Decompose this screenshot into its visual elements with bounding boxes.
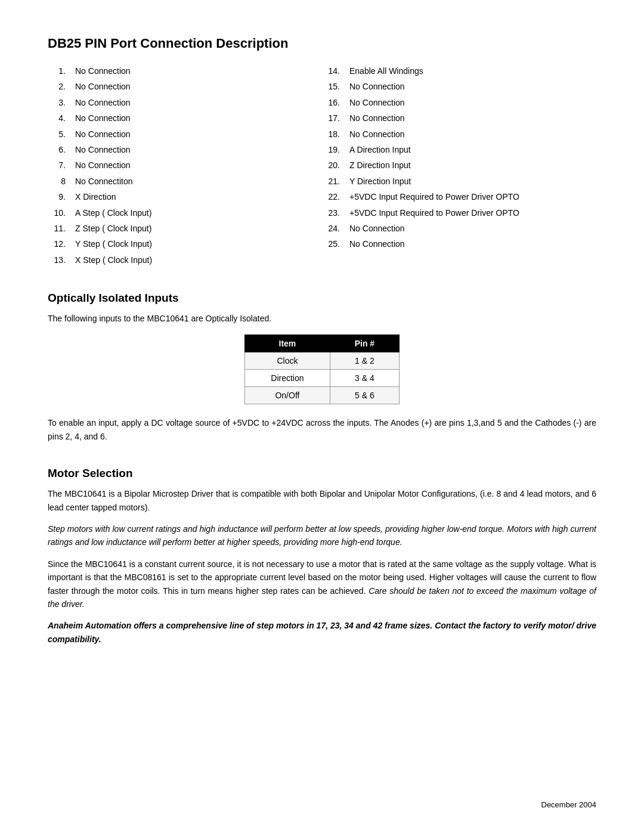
table-row: 3.No Connection: [48, 95, 322, 110]
footer: December 2004: [541, 800, 597, 809]
table-row: Clock1 & 2: [245, 352, 400, 370]
table-row: 1.No Connection: [48, 63, 322, 79]
motor-section: Motor Selection The MBC10641 is a Bipola…: [48, 467, 596, 646]
table-header-pin: Pin #: [330, 335, 399, 352]
pin-desc: No Connection: [72, 79, 322, 94]
pin-desc: No Connection: [346, 221, 596, 236]
table-row: 20.Z Direction Input: [322, 157, 596, 173]
pin-desc: No Connectiton: [72, 174, 322, 189]
pin-number: 4.: [48, 110, 72, 126]
pin-col-right: 14.Enable All Windings15.No Connection16…: [322, 63, 596, 268]
optically-title: Optically Isolated Inputs: [48, 292, 596, 305]
pin-desc: X Step ( Clock Input): [72, 252, 322, 268]
pin-number: 19.: [322, 142, 346, 157]
pin-desc: No Connection: [346, 79, 596, 94]
footer-date: December 2004: [541, 800, 597, 809]
table-row: 2.No Connection: [48, 79, 322, 94]
pin-desc: A Step ( Clock Input): [72, 205, 322, 221]
table-row: On/Off5 & 6: [245, 387, 400, 404]
table-row: 22.+5VDC Input Required to Power Driver …: [322, 189, 596, 205]
pin-number: 7.: [48, 157, 72, 173]
optically-section: Optically Isolated Inputs The following …: [48, 292, 596, 443]
pin-desc: No Connection: [346, 95, 596, 110]
table-row: 24.No Connection: [322, 221, 596, 236]
db25-section: DB25 PIN Port Connection Description 1.N…: [48, 36, 596, 268]
pin-number: 3.: [48, 95, 72, 110]
pin-number: 18.: [322, 126, 346, 142]
pin-number: 1.: [48, 63, 72, 79]
motor-para1: The MBC10641 is a Bipolar Microstep Driv…: [48, 487, 596, 514]
table-row: 15.No Connection: [322, 79, 596, 94]
table-row: 10.A Step ( Clock Input): [48, 205, 322, 221]
pin-desc: Z Direction Input: [346, 157, 596, 173]
table-row: 17.No Connection: [322, 110, 596, 126]
table-row: 6.No Connection: [48, 142, 322, 157]
pin-number: 5.: [48, 126, 72, 142]
pin-desc: No Connection: [72, 63, 322, 79]
pin-number: 23.: [322, 205, 346, 221]
table-row: 18.No Connection: [322, 126, 596, 142]
opt-item: On/Off: [245, 387, 330, 404]
pin-number: 8: [48, 174, 72, 189]
opt-item: Direction: [245, 370, 330, 387]
pin-desc: No Connection: [346, 236, 596, 252]
table-row: 23.+5VDC Input Required to Power Driver …: [322, 205, 596, 221]
optically-note: To enable an input, apply a DC voltage s…: [48, 416, 596, 443]
pin-number: 20.: [322, 157, 346, 173]
optically-table: Item Pin # Clock1 & 2Direction3 & 4On/Of…: [244, 335, 400, 404]
pin-number: 2.: [48, 79, 72, 94]
table-row: 4.No Connection: [48, 110, 322, 126]
pin-number: 11.: [48, 221, 72, 236]
pin-number: 22.: [322, 189, 346, 205]
pin-number: 12.: [48, 236, 72, 252]
pin-list: 1.No Connection2.No Connection3.No Conne…: [48, 63, 596, 268]
pin-number: 25.: [322, 236, 346, 252]
table-row: 25.No Connection: [322, 236, 596, 252]
pin-desc: No Connection: [72, 110, 322, 126]
pin-number: 13.: [48, 252, 72, 268]
table-row: 13.X Step ( Clock Input): [48, 252, 322, 268]
table-header-item: Item: [245, 335, 330, 352]
table-row: 12.Y Step ( Clock Input): [48, 236, 322, 252]
opt-pin: 1 & 2: [330, 352, 399, 370]
table-row: 14.Enable All Windings: [322, 63, 596, 79]
pin-desc: No Connection: [346, 126, 596, 142]
table-row: 11.Z Step ( Clock Input): [48, 221, 322, 236]
table-row: 5.No Connection: [48, 126, 322, 142]
pin-number: 21.: [322, 174, 346, 189]
motor-para3: Since the MBC10641 is a constant current…: [48, 558, 596, 611]
page-title: DB25 PIN Port Connection Description: [48, 36, 596, 51]
pin-desc: A Direction Input: [346, 142, 596, 157]
pin-number: 16.: [322, 95, 346, 110]
opt-item: Clock: [245, 352, 330, 370]
table-row: 21.Y Direction Input: [322, 174, 596, 189]
opt-pin: 5 & 6: [330, 387, 399, 404]
pin-desc: No Connection: [346, 110, 596, 126]
pin-desc: +5VDC Input Required to Power Driver OPT…: [346, 189, 596, 205]
pin-desc: No Connection: [72, 126, 322, 142]
table-row: 19.A Direction Input: [322, 142, 596, 157]
pin-desc: No Connection: [72, 142, 322, 157]
pin-desc: +5VDC Input Required to Power Driver OPT…: [346, 205, 596, 221]
pin-number: 24.: [322, 221, 346, 236]
pin-col-left: 1.No Connection2.No Connection3.No Conne…: [48, 63, 322, 268]
pin-desc: Z Step ( Clock Input): [72, 221, 322, 236]
table-row: Direction3 & 4: [245, 370, 400, 387]
pin-number: 15.: [322, 79, 346, 94]
pin-desc: Enable All Windings: [346, 63, 596, 79]
optically-table-wrapper: Item Pin # Clock1 & 2Direction3 & 4On/Of…: [48, 335, 596, 404]
pin-number: 9.: [48, 189, 72, 205]
pin-number: 14.: [322, 63, 346, 79]
table-row: 16.No Connection: [322, 95, 596, 110]
table-row: 7.No Connection: [48, 157, 322, 173]
pin-desc: Y Direction Input: [346, 174, 596, 189]
pin-desc: X Direction: [72, 189, 322, 205]
pin-desc: No Connection: [72, 157, 322, 173]
pin-number: 17.: [322, 110, 346, 126]
optically-intro: The following inputs to the MBC10641 are…: [48, 312, 596, 325]
table-row: 9.X Direction: [48, 189, 322, 205]
pin-number: 6.: [48, 142, 72, 157]
opt-pin: 3 & 4: [330, 370, 399, 387]
motor-title: Motor Selection: [48, 467, 596, 480]
table-row: 8No Connectiton: [48, 174, 322, 189]
